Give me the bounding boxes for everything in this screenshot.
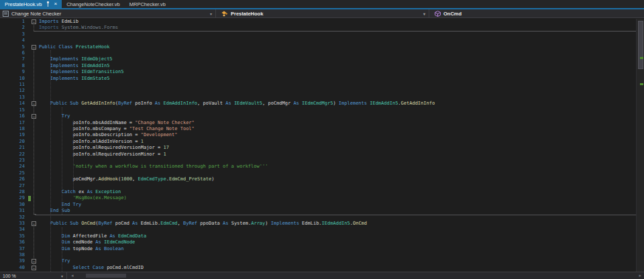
code-line[interactable]: 5−Public Class PrestateHook	[0, 44, 636, 50]
fold-toggle[interactable]: −	[32, 101, 36, 106]
code-line[interactable]: 23	[0, 158, 636, 164]
fold-toggle[interactable]: −	[32, 221, 36, 226]
scroll-right-icon[interactable]: ▸	[639, 273, 641, 278]
line-number: 30	[0, 202, 25, 208]
code-line[interactable]: 31 End Sub	[0, 208, 636, 214]
code-line[interactable]: 39− Try	[0, 258, 636, 264]
line-number: 38	[0, 252, 25, 258]
change-tracking-bar	[28, 196, 31, 202]
code-line[interactable]: 29 'MsgBox(ex.Message)	[0, 195, 636, 201]
indent-guide	[73, 120, 74, 190]
code-line[interactable]: 40− Select Case poCmd.mlCmdID	[0, 265, 636, 271]
line-number: 4	[0, 38, 25, 44]
code-line[interactable]: 24 'notify when a workflow is transition…	[0, 164, 636, 170]
line-number: 21	[0, 145, 25, 151]
line-number: 18	[0, 126, 25, 132]
code-line[interactable]: 34	[0, 227, 636, 233]
nav-file-label: Change Note Checker	[11, 11, 61, 17]
line-number: 5	[0, 44, 25, 50]
code-text: Try	[39, 258, 70, 264]
code-text: Try	[39, 113, 70, 119]
line-number: 33	[0, 221, 25, 227]
tab-changenotechecker[interactable]: ChangeNoteChecker.vb	[62, 0, 125, 8]
chevron-down-icon[interactable]: ▾	[210, 11, 212, 16]
code-line[interactable]: 12	[0, 88, 636, 94]
code-line[interactable]: 10 Implements IEdmState5	[0, 76, 636, 82]
horizontal-scrollbar-thumb[interactable]	[86, 274, 126, 278]
code-text: poInfo.mbsAddInName = "Change Note Check…	[39, 120, 195, 126]
code-line[interactable]: 37 Dim topNode As Boolean	[0, 246, 636, 252]
line-number: 10	[0, 76, 25, 82]
code-text: Select Case poCmd.mlCmdID	[39, 265, 144, 271]
fold-toggle[interactable]: −	[32, 266, 36, 270]
chevron-down-icon[interactable]: ▾	[423, 11, 425, 16]
code-line[interactable]: 19 poInfo.mbsDescription = "Development"	[0, 132, 636, 138]
nav-dropdown-file[interactable]: Change Note Checker ▾	[0, 9, 216, 17]
code-line[interactable]: 6	[0, 50, 636, 56]
code-line[interactable]: 3	[0, 32, 636, 38]
code-line[interactable]: 28 Catch ex As Exception	[0, 189, 636, 195]
close-icon[interactable]: ×	[54, 1, 57, 7]
code-editor[interactable]: 1−Imports EdmLib2Imports System.Windows.…	[0, 19, 636, 272]
code-line[interactable]: 13	[0, 95, 636, 101]
line-number: 34	[0, 227, 25, 233]
code-line[interactable]: 16− Try	[0, 113, 636, 119]
fold-toggle[interactable]: −	[32, 19, 36, 24]
tab-prestatehook[interactable]: PrestateHook.vb ×	[0, 0, 62, 8]
code-line[interactable]: 9 Implements IEdmTransition5	[0, 69, 636, 75]
code-text: poInfo.mlAddInVersion = 1	[39, 139, 144, 145]
code-line[interactable]: 22 poInfo.mlRequiredVersionMinor = 1	[0, 152, 636, 158]
zoom-level-combo[interactable]: 100 % ▾	[0, 272, 67, 279]
code-text: poInfo.mlRequiredVersionMinor = 1	[39, 152, 166, 158]
fold-toggle[interactable]: −	[32, 114, 36, 119]
scroll-left-icon[interactable]: ◂	[71, 273, 74, 278]
code-text: End Sub	[39, 208, 70, 214]
vertical-scrollbar[interactable]	[636, 19, 644, 272]
nav-dropdown-member[interactable]: OnCmd	[429, 9, 644, 17]
line-number: 31	[0, 208, 25, 214]
code-line[interactable]: 8 Implements IEdmAddIn5	[0, 63, 636, 69]
line-number: 6	[0, 50, 25, 56]
code-line[interactable]: 15	[0, 107, 636, 113]
vertical-scrollbar-thumb[interactable]	[638, 21, 643, 69]
code-line[interactable]: 25	[0, 170, 636, 176]
code-line[interactable]: 20 poInfo.mlAddInVersion = 1	[0, 139, 636, 145]
line-number: 40	[0, 265, 25, 271]
code-line[interactable]: 33− Public Sub OnCmd(ByRef poCmd As EdmL…	[0, 221, 636, 227]
line-number: 19	[0, 132, 25, 138]
code-text: poInfo.mlRequiredVersionMajor = 17	[39, 145, 169, 151]
nav-dropdown-class[interactable]: PrestateHook ▾	[216, 9, 429, 17]
zoom-level-value: 100 %	[3, 274, 16, 278]
code-line[interactable]: 11	[0, 82, 636, 88]
code-line[interactable]: 36 Dim cmdNode As IEdmCmdNode	[0, 239, 636, 245]
code-line[interactable]: 18 poInfo.mbsCompany = "Test Change Note…	[0, 126, 636, 132]
code-text: End Try	[39, 202, 81, 208]
code-line[interactable]: 17 poInfo.mbsAddInName = "Change Note Ch…	[0, 120, 636, 126]
pin-icon[interactable]	[46, 1, 50, 7]
horizontal-scrollbar[interactable]: ◂ ▸	[67, 272, 644, 279]
code-line[interactable]: 7 Implements IEdmObject5	[0, 56, 636, 62]
nav-class-label: PrestateHook	[231, 11, 263, 17]
code-text: Implements IEdmTransition5	[39, 69, 123, 75]
code-line[interactable]: 32	[0, 215, 636, 221]
line-number: 27	[0, 183, 25, 189]
code-line[interactable]: 1−Imports EdmLib	[0, 19, 636, 25]
line-number: 14	[0, 101, 25, 107]
class-icon	[221, 11, 228, 17]
code-text: Dim AffectedFile As EdmCmdData	[39, 233, 146, 239]
code-line[interactable]: 35 Dim AffectedFile As EdmCmdData	[0, 233, 636, 239]
fold-toggle[interactable]: −	[32, 259, 36, 264]
code-line[interactable]: 21 poInfo.mlRequiredVersionMajor = 17	[0, 145, 636, 151]
code-line[interactable]: 38	[0, 252, 636, 258]
code-line[interactable]: 14− Public Sub GetAddInInfo(ByRef poInfo…	[0, 101, 636, 107]
line-number: 9	[0, 69, 25, 75]
code-line[interactable]: 26 poCmdMgr.AddHook(1000, EdmCmdType.Edm…	[0, 176, 636, 182]
code-line[interactable]: 30 End Try	[0, 202, 636, 208]
line-number: 37	[0, 246, 25, 252]
code-line[interactable]: 27	[0, 183, 636, 189]
line-number: 39	[0, 258, 25, 264]
code-text: poCmdMgr.AddHook(1000, EdmCmdType.EdmCmd…	[39, 176, 214, 182]
code-line[interactable]: 4	[0, 38, 636, 44]
tab-mrpchecker[interactable]: MRPChecker.vb	[125, 0, 170, 8]
fold-toggle[interactable]: −	[32, 45, 36, 50]
